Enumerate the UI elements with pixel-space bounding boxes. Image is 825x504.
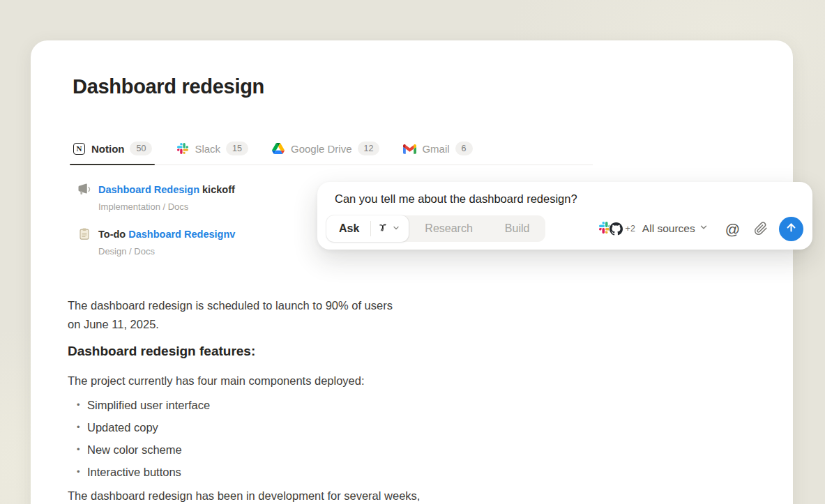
slack-logo-icon [176,142,189,155]
list-item: New color scheme [68,438,500,461]
chat-toolbar: Ask Research Build [326,215,803,242]
notion-page-card: Dashboard redesign N Notion 50 Slack 15 … [31,40,793,504]
chat-question-text[interactable]: Can you tell me about the dashboard rede… [335,192,577,206]
chevron-down-icon [699,222,709,235]
megaphone-icon [78,183,92,197]
list-item: Simplified user interface [68,394,500,416]
build-mode-button[interactable]: Build [489,222,546,235]
tab-google-drive[interactable]: Google Drive 12 [269,137,382,165]
tab-count-badge: 50 [130,142,152,155]
page-title: Dashboard redesign [73,75,264,98]
source-icons [599,221,624,236]
attachment-icon[interactable] [754,222,768,236]
at-mention-icon[interactable]: @ [725,222,740,236]
list-item: Updated copy [68,416,500,438]
ai-chat-input[interactable]: Can you tell me about the dashboard rede… [317,182,812,250]
tab-label: Notion [91,143,124,155]
tab-count-badge: 15 [226,142,248,155]
gmail-logo-icon [403,142,416,155]
result-todo-dashboard-redesign[interactable]: To-do Dashboard Redesignv Design / Docs [78,227,329,257]
tab-count-badge: 6 [455,142,473,155]
feature-list: Simplified user interface Updated copy N… [68,394,500,483]
mode-switcher: Ask Research Build [326,215,545,242]
tab-label: Gmail [422,143,449,155]
notion-logo-icon: N [73,142,86,155]
all-sources-selector[interactable]: +2 All sources [599,221,709,236]
tab-label: Slack [195,143,220,155]
paragraph: The dashboard redesign has been in devel… [68,487,500,504]
source-tabs: N Notion 50 Slack 15 Google Drive 12 Gma… [70,137,593,165]
extra-sources-count: +2 [626,224,635,234]
chevron-down-icon [392,222,400,235]
document-body: The dashboard redesign is scheduled to l… [68,296,500,504]
tab-slack[interactable]: Slack 15 [173,137,251,165]
tab-gmail[interactable]: Gmail 6 [400,137,475,165]
github-logo-icon [609,221,624,236]
model-selector[interactable] [371,222,409,236]
tab-notion[interactable]: N Notion 50 [70,137,155,165]
arrow-up-icon [785,222,797,236]
tab-count-badge: 12 [358,142,380,155]
section-heading: Dashboard redesign features: [68,344,500,359]
model-selector-icon [378,222,388,236]
tab-label: Google Drive [291,143,352,155]
result-title: Dashboard Redesign kickoff [98,184,235,195]
clipboard-icon [78,227,92,241]
google-drive-logo-icon [272,142,285,155]
result-title: To-do Dashboard Redesignv [98,229,235,240]
paragraph: The project currently has four main comp… [68,372,500,390]
paragraph: The dashboard redesign is scheduled to l… [68,296,500,334]
all-sources-label: All sources [642,222,695,235]
breadcrumb: Design / Docs [98,246,329,257]
search-results: Dashboard Redesign kickoff Implementatio… [78,183,329,272]
research-mode-button[interactable]: Research [409,222,488,235]
ask-mode-button[interactable]: Ask [326,222,370,235]
list-item: Interactive buttons [68,461,500,483]
result-dashboard-redesign-kickoff[interactable]: Dashboard Redesign kickoff Implementatio… [78,183,329,212]
active-mode-pill: Ask [326,215,409,242]
send-button[interactable] [779,217,803,241]
breadcrumb: Implementation / Docs [98,201,329,212]
